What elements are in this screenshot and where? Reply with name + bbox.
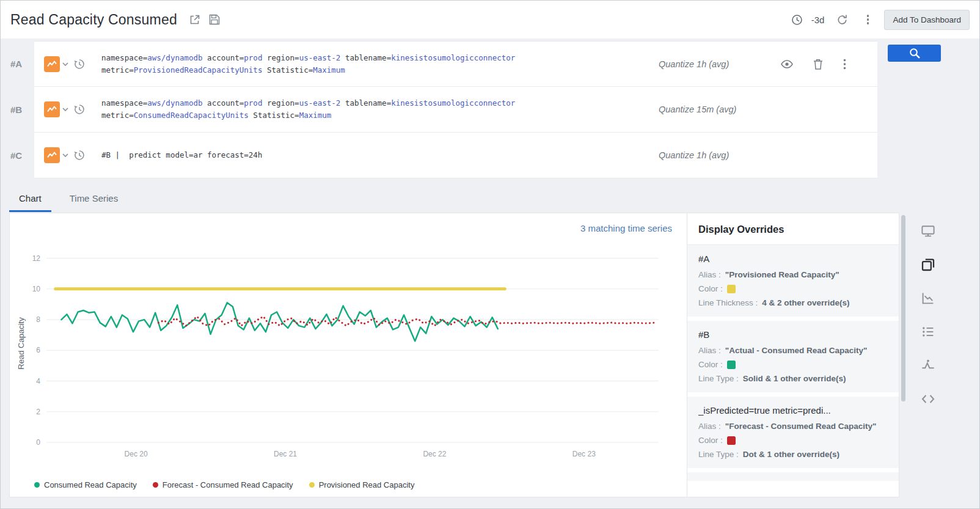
view-tabs: ChartTime Series — [1, 193, 979, 212]
chart-region: 3 matching time series 024681012Dec 20De… — [10, 213, 687, 497]
override-color-row: Color : — [698, 436, 888, 445]
chart-panel: 3 matching time series 024681012Dec 20De… — [9, 213, 899, 497]
search-icon — [909, 48, 920, 59]
outlier-icon[interactable] — [921, 358, 935, 373]
legend-item-forecast-consumed-read-capacity[interactable]: Forecast - Consumed Read Capacity — [153, 480, 293, 489]
override-line-value: 4 & 2 other override(s) — [762, 298, 849, 307]
svg-text:Dec 21: Dec 21 — [274, 450, 297, 458]
display-overrides-panel: Display Overrides #AAlias :"Provisioned … — [687, 213, 899, 497]
override-color-row: Color : — [698, 284, 888, 293]
line-chart-glyph — [47, 150, 57, 160]
display-overrides-title: Display Overrides — [687, 213, 899, 245]
tab-chart[interactable]: Chart — [9, 193, 51, 212]
chevron-down-icon[interactable] — [62, 108, 68, 111]
override-alias-value: "Forecast - Consumed Read Capacity" — [725, 422, 877, 431]
vertical-scrollbar[interactable] — [899, 213, 907, 497]
matching-series-label: 3 matching time series — [580, 223, 672, 233]
visibility-eye-icon[interactable] — [781, 60, 793, 68]
time-range-label[interactable]: -3d — [811, 15, 825, 25]
legend-label: Consumed Read Capacity — [44, 480, 137, 489]
query-row-id: #B — [1, 87, 34, 133]
time-range-icon[interactable] — [789, 12, 805, 27]
svg-text:Dec 20: Dec 20 — [125, 450, 148, 458]
override-alias-label: Alias : — [698, 346, 721, 355]
override-alias-row: Alias :"Provisioned Read Capacity" — [698, 270, 888, 279]
quantize-label[interactable]: Quantize 1h (avg) — [659, 59, 775, 69]
override-section-id: #B — [698, 329, 888, 340]
chart-type-icon[interactable] — [44, 101, 60, 117]
chevron-down-icon[interactable] — [62, 153, 68, 157]
legend-label: Forecast - Consumed Read Capacity — [163, 480, 293, 489]
svg-text:Dec 23: Dec 23 — [572, 450, 596, 458]
legend-item-provisioned-read-capacity[interactable]: Provisioned Read Capacity — [309, 480, 415, 489]
quantize-label[interactable]: Quantize 1h (avg) — [659, 150, 775, 160]
chart-type-icon[interactable] — [44, 56, 60, 72]
query-history-icon[interactable] — [73, 103, 86, 115]
legend-item-consumed-read-capacity[interactable]: Consumed Read Capacity — [34, 480, 137, 489]
delete-row-icon[interactable] — [813, 59, 823, 70]
query-row-id: #A — [1, 41, 34, 87]
header: Read Capacity Consumed -3d Add To Dashbo… — [1, 1, 979, 38]
override-line-label: Line Type : — [698, 374, 739, 383]
overlay-panels-icon[interactable] — [921, 257, 935, 272]
override-alias-label: Alias : — [698, 422, 721, 431]
main-content: 3 matching time series 024681012Dec 20De… — [1, 212, 979, 508]
chart-type-icon[interactable] — [44, 147, 60, 163]
override-alias-row: Alias :"Forecast - Consumed Read Capacit… — [698, 422, 888, 431]
svg-text:0: 0 — [36, 438, 40, 447]
search-button[interactable] — [888, 45, 941, 62]
share-icon[interactable] — [187, 12, 203, 27]
override-line-label: Line Thickness : — [698, 298, 758, 307]
query-card: #B | predict model=ar forecast=24hQuanti… — [34, 133, 877, 178]
quantize-label[interactable]: Quantize 15m (avg) — [659, 104, 775, 114]
time-series-chart[interactable]: 024681012Dec 20Dec 21Dec 22Dec 23Read Ca… — [16, 235, 678, 477]
legend-list-icon[interactable] — [921, 324, 935, 339]
query-text-input[interactable]: namespace=aws/dynamodb account=prod regi… — [101, 97, 659, 122]
chart-legend: Consumed Read CapacityForecast - Consume… — [16, 477, 678, 492]
query-history-icon[interactable] — [73, 149, 86, 161]
query-row: #Bnamespace=aws/dynamodb account=prod re… — [1, 87, 979, 133]
chart-trend-icon[interactable] — [921, 291, 935, 306]
svg-text:6: 6 — [36, 346, 40, 354]
add-to-dashboard-button[interactable]: Add To Dashboard — [884, 10, 970, 30]
query-text-input[interactable]: #B | predict model=ar forecast=24h — [101, 149, 659, 161]
override-alias-value: "Actual - Consumed Read Capacity" — [725, 346, 868, 355]
override-section-id: _isPredicted=true metric=predi... — [698, 405, 888, 416]
legend-color-dot — [309, 482, 315, 488]
query-card: namespace=aws/dynamodb account=prod regi… — [34, 87, 877, 133]
refresh-icon[interactable] — [834, 12, 850, 27]
svg-text:10: 10 — [32, 285, 41, 293]
legend-color-dot — [34, 482, 40, 488]
legend-label: Provisioned Read Capacity — [319, 480, 415, 489]
override-alias-value: "Provisioned Read Capacity" — [725, 270, 839, 279]
override-section-partial — [687, 472, 899, 481]
override-line-row: Line Thickness :4 & 2 other override(s) — [698, 298, 888, 307]
query-section: #Anamespace=aws/dynamodb account=prod re… — [1, 38, 979, 178]
svg-text:4: 4 — [36, 377, 40, 386]
override-line-label: Line Type : — [698, 450, 739, 459]
query-history-icon[interactable] — [73, 58, 86, 70]
legend-color-dot — [153, 482, 158, 488]
row-more-options-icon[interactable] — [843, 59, 846, 70]
override-section[interactable]: _isPredicted=true metric=predi...Alias :… — [687, 397, 899, 468]
query-text-input[interactable]: namespace=aws/dynamodb account=prod regi… — [101, 52, 659, 76]
scrollbar-thumb[interactable] — [901, 215, 905, 401]
override-section[interactable]: #BAlias :"Actual - Consumed Read Capacit… — [687, 321, 899, 392]
override-color-row: Color : — [698, 360, 888, 369]
override-alias-row: Alias :"Actual - Consumed Read Capacity" — [698, 346, 888, 355]
override-color-swatch — [727, 436, 736, 445]
override-line-row: Line Type :Dot & 1 other override(s) — [698, 450, 888, 459]
override-section[interactable]: #AAlias :"Provisioned Read Capacity"Colo… — [687, 245, 899, 317]
tab-time-series[interactable]: Time Series — [60, 193, 128, 212]
override-section-id: #A — [698, 254, 888, 264]
save-icon[interactable] — [207, 12, 222, 27]
line-chart-glyph — [47, 59, 57, 69]
more-options-icon[interactable] — [860, 15, 876, 24]
override-alias-label: Alias : — [698, 270, 721, 279]
display-icon[interactable] — [921, 224, 935, 238]
override-line-row: Line Type :Solid & 1 other override(s) — [698, 374, 888, 383]
right-toolbar — [907, 213, 979, 497]
code-icon[interactable] — [921, 392, 935, 406]
chevron-down-icon[interactable] — [62, 62, 68, 66]
svg-text:8: 8 — [36, 315, 40, 324]
